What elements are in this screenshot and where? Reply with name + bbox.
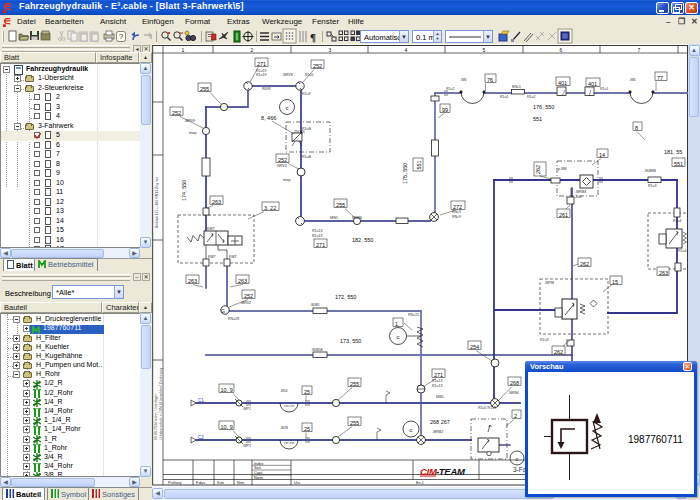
svg-text:182, 550: 182, 550 [352, 237, 373, 243]
svg-text:7: 7 [638, 47, 641, 53]
svg-text:25: 25 [304, 426, 310, 432]
svg-text:MWL: MWL [330, 216, 338, 220]
svg-text:551: 551 [533, 116, 542, 122]
svg-text:mwp: mwp [189, 131, 197, 135]
svg-text:263: 263 [238, 278, 247, 284]
svg-text:R1u13: R1u13 [312, 234, 323, 238]
svg-text:401: 401 [588, 81, 597, 87]
svg-text:263: 263 [659, 270, 668, 276]
svg-text:F.das: F.das [196, 481, 205, 485]
svg-text:5: 5 [483, 47, 486, 53]
svg-text:p-BM: p-BM [558, 167, 567, 171]
svg-text:-80B8B: -80B8B [644, 169, 657, 173]
svg-text:261: 261 [559, 212, 568, 218]
svg-text:-WP1: -WP1 [242, 407, 251, 411]
svg-text:Urheberschutz n. DIN 34 beacht: Urheberschutz n. DIN 34 beachten! Zeichn… [159, 368, 163, 440]
svg-text:-MRB8: -MRB8 [575, 190, 586, 194]
svg-text:Capt.: Capt. [254, 471, 263, 475]
svg-text:263: 263 [188, 278, 197, 284]
svg-text:R1u1: R1u1 [600, 87, 609, 91]
svg-text:255: 255 [200, 86, 209, 92]
svg-text:¶: ¶ [310, 31, 316, 43]
svg-text:Nrm: Nrm [237, 481, 244, 485]
svg-text:Urs.: Urs. [294, 481, 301, 485]
svg-text:c: c [410, 427, 413, 433]
svg-text:BNc5: BNc5 [512, 85, 521, 89]
svg-text:401: 401 [558, 80, 567, 86]
svg-text:-80B5: -80B5 [310, 303, 320, 307]
svg-text:-W6: -W6 [460, 78, 467, 82]
svg-text:Krm: Krm [217, 481, 224, 485]
svg-text:262: 262 [535, 165, 541, 174]
svg-text:RNc9: RNc9 [452, 210, 461, 214]
svg-text:mwp: mwp [283, 178, 291, 182]
svg-text:-MRB2: -MRB2 [432, 430, 443, 434]
svg-text:10, 9: 10, 9 [221, 387, 233, 393]
svg-text:?: ? [119, 32, 124, 41]
svg-text:R1u13: R1u13 [432, 379, 443, 383]
svg-text:252: 252 [244, 293, 253, 299]
svg-text:252: 252 [278, 157, 287, 163]
svg-text:-MRV9: -MRV9 [184, 119, 195, 123]
svg-text:255: 255 [350, 420, 359, 426]
svg-text:263: 263 [212, 199, 221, 205]
svg-text:-WP2: -WP2 [242, 444, 251, 448]
svg-text:R1u3: R1u3 [540, 338, 549, 342]
svg-text:268: 268 [510, 380, 519, 386]
svg-text:Index: Index [254, 462, 263, 466]
svg-text:MWBL: MWBL [352, 216, 363, 220]
svg-text:1: 1 [395, 321, 398, 327]
svg-text:6: 6 [560, 47, 563, 53]
svg-text:G: G [221, 308, 225, 314]
svg-text:R1u9: R1u9 [302, 92, 311, 96]
svg-text:R1u3: R1u3 [648, 184, 657, 188]
svg-text:R1u2: R1u2 [446, 87, 455, 91]
svg-text:551: 551 [674, 161, 683, 167]
svg-text:268 267: 268 267 [430, 419, 450, 425]
svg-text:173, 550: 173, 550 [340, 338, 361, 344]
svg-text:-W6: -W6 [629, 78, 636, 82]
svg-text:RNc9: RNc9 [452, 215, 461, 219]
svg-text:MWL: MWL [436, 395, 444, 399]
svg-text:cin cin: cin cin [284, 404, 294, 408]
svg-text:c: c [397, 334, 400, 340]
svg-text:ZN ZN: ZN ZN [294, 130, 305, 134]
svg-text:R1u5 R1u5: R1u5 R1u5 [478, 406, 496, 410]
svg-text:76: 76 [487, 77, 493, 83]
svg-text:8: 8 [635, 125, 638, 131]
svg-text:En.1: En.1 [416, 481, 424, 485]
svg-text:174, 550: 174, 550 [181, 180, 187, 201]
svg-text:252: 252 [172, 110, 181, 116]
svg-text:Prüfung: Prüfung [168, 481, 181, 485]
svg-text:R1u5: R1u5 [305, 73, 314, 77]
svg-text:R1u13: R1u13 [312, 229, 323, 233]
svg-text:60-89-7134 techn. Unterlagen: 60-89-7134 techn. Unterlagen [154, 393, 158, 440]
svg-text:c: c [286, 105, 289, 111]
svg-text:3: 3 [329, 47, 332, 53]
svg-text:8, 466: 8, 466 [261, 115, 276, 121]
svg-text:KMT: KMT [207, 227, 215, 231]
svg-text:99: 99 [442, 107, 448, 113]
svg-text:255: 255 [336, 202, 345, 208]
svg-text:KMT: KMT [229, 255, 237, 259]
svg-text:255: 255 [350, 381, 359, 387]
svg-text:-80B5E: -80B5E [311, 348, 324, 352]
svg-text:2lu1: 2lu1 [575, 195, 582, 199]
svg-text:-NRB4: -NRB4 [508, 391, 519, 395]
svg-text:172, 550: 172, 550 [335, 294, 356, 300]
svg-text:C2: C2 [198, 435, 204, 440]
svg-text:R1uB: R1uB [302, 155, 312, 159]
svg-text:R1u19: R1u19 [256, 73, 267, 77]
svg-text:262: 262 [554, 349, 563, 355]
svg-text:551: 551 [416, 160, 422, 169]
svg-text:Beiblatt 175 u 186 RN13 Zng mi: Beiblatt 175 u 186 RN13 Zng mit [155, 177, 159, 228]
svg-text:-NRV4: -NRV4 [276, 164, 287, 168]
svg-text:14: 14 [599, 152, 605, 158]
svg-text:254: 254 [470, 344, 479, 350]
svg-text:181, 55: 181, 55 [664, 149, 682, 155]
svg-text:176, 550: 176, 550 [533, 104, 554, 110]
svg-text:4: 4 [405, 47, 408, 53]
svg-text:3. 22: 3. 22 [264, 205, 276, 211]
svg-text:KMT: KMT [208, 255, 216, 259]
svg-text:RNu28: RNu28 [228, 317, 239, 321]
